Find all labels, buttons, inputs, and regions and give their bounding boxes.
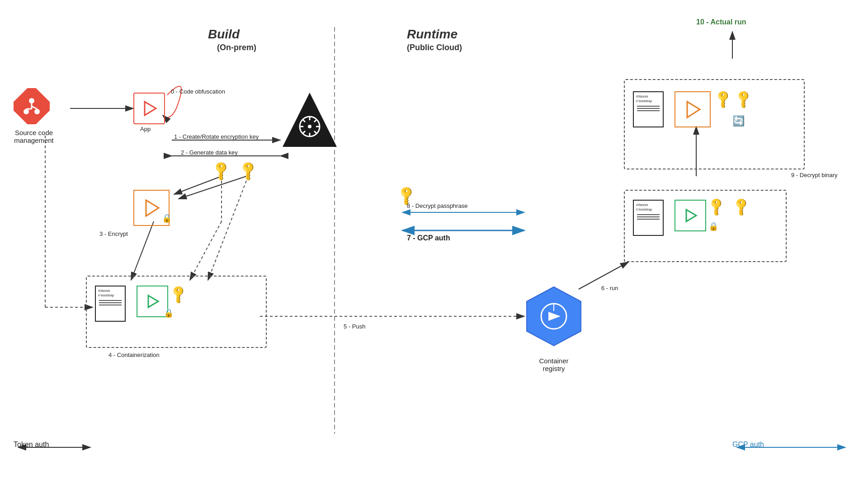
- svg-point-27: [29, 98, 34, 103]
- svg-marker-33: [145, 102, 156, 115]
- lock-upper: 🔄: [732, 115, 745, 127]
- orange-app-lock: 🔒: [162, 213, 172, 223]
- container-registry-icon: [524, 285, 583, 354]
- green-key-runtime-lower: 🔑: [705, 195, 727, 217]
- runtime-title: Runtime: [407, 27, 458, 42]
- pink-key-runtime: 🔑: [730, 195, 752, 217]
- step4-label: 4 - Containerization: [108, 352, 160, 358]
- runtime-box-lower: #!/bin/sh# bootstrap 🔑 🔒 🔑: [624, 190, 787, 262]
- svg-marker-46: [148, 296, 158, 307]
- vault-icon: [280, 88, 339, 153]
- svg-point-36: [308, 125, 311, 128]
- step1-label: 1 - Create/Rotate encryption key: [174, 133, 259, 140]
- svg-line-10: [174, 176, 222, 194]
- svg-line-11: [179, 176, 246, 199]
- gcp-auth-label: GCP auth: [732, 441, 764, 449]
- svg-point-29: [34, 109, 40, 114]
- token-auth-label: Token auth: [14, 441, 49, 449]
- svg-point-28: [24, 109, 29, 114]
- source-code-label: Source codemanagement: [5, 129, 63, 144]
- green-lock-runtime-lower: 🔒: [708, 221, 718, 231]
- svg-marker-52: [687, 102, 700, 117]
- step9-label: 9 - Decrypt binary: [791, 172, 838, 178]
- green-lock-container: 🔒: [164, 308, 174, 318]
- key-upper-2: 🔑: [732, 88, 754, 109]
- svg-line-14: [131, 221, 154, 280]
- pink-key-top: 🔑: [209, 159, 232, 182]
- bootstrap-doc: #!/bin/sh# bootstrap: [95, 286, 126, 322]
- step10-label: 10 - Actual run: [696, 18, 746, 26]
- step6-label: 6 - run: [601, 285, 618, 291]
- step8-label: 8 - Decrypt passphrase: [407, 202, 467, 209]
- svg-line-17: [208, 181, 246, 280]
- runtime-doc-lower: #!/bin/sh# bootstrap: [633, 200, 664, 236]
- svg-line-16: [190, 221, 222, 280]
- runtime-doc-upper: #!/bin/sh# bootstrap: [633, 91, 664, 127]
- app-label: App: [140, 126, 151, 132]
- green-key-container: 🔑: [167, 283, 189, 305]
- app-box: [133, 93, 165, 124]
- step7-label: 7 - GCP auth: [407, 234, 450, 242]
- step5-label: 5 - Push: [344, 323, 365, 330]
- step0-label: 0 - Code obfuscation: [171, 88, 225, 95]
- build-subtitle: (On-prem): [217, 43, 256, 52]
- svg-marker-45: [146, 200, 159, 216]
- containerization-box: #!/bin/sh# bootstrap 🔑 🔒: [86, 276, 267, 348]
- step3-label: 3 - Encrypt: [99, 230, 128, 237]
- container-registry-label: Containerregistry: [520, 357, 588, 372]
- build-title: Build: [208, 27, 240, 42]
- svg-marker-51: [686, 210, 696, 221]
- diagram: Build (On-prem) Runtime (Public Cloud) S…: [0, 0, 868, 488]
- runtime-subtitle: (Public Cloud): [407, 43, 462, 52]
- green-key-top: 🔑: [236, 159, 259, 182]
- runtime-play-upper: [675, 91, 711, 127]
- key-upper-1: 🔑: [712, 88, 734, 109]
- runtime-box-upper: #!/bin/sh# bootstrap 🔑 🔑 🔄: [624, 79, 805, 169]
- git-icon: [14, 88, 50, 124]
- step2-label: 2 - Generate data key: [181, 149, 238, 156]
- runtime-play-lower: [675, 200, 706, 231]
